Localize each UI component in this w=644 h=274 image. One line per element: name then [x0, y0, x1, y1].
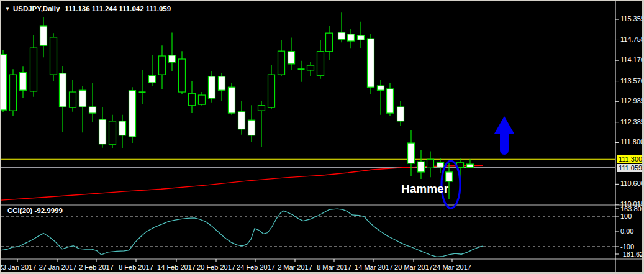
candle [109, 121, 116, 145]
candle [70, 92, 76, 107]
candle [307, 65, 314, 70]
current-price-label: 111.059 [617, 164, 642, 172]
yellow-level-price-label: 111.300 [617, 155, 642, 163]
candle [159, 56, 166, 75]
candle [169, 55, 176, 62]
date-tick-label: 20 Feb 2017 [194, 263, 238, 271]
candle [209, 76, 215, 98]
hammer-annotation-label[interactable]: Hammer [401, 185, 448, 193]
date-tick-label: 20 Mar 2017 [392, 263, 435, 271]
price-tick-label: 113.570 [620, 77, 642, 84]
candle [40, 26, 47, 45]
cci-tick-label: 0.00 [620, 227, 633, 235]
cci-indicator-label: CCI(20) -92.9999 [7, 207, 63, 214]
candle [20, 73, 27, 90]
date-tick-label: 24 Mar 2017 [430, 263, 474, 271]
candle [50, 37, 57, 75]
date-tick-label: 2 Mar 2017 [273, 263, 317, 271]
candle [129, 91, 136, 137]
candle [317, 52, 324, 76]
price-tick-label: 114.755 [620, 35, 642, 43]
candle [368, 39, 374, 87]
candle [446, 172, 453, 181]
candle [1, 55, 7, 110]
candle [189, 93, 196, 106]
candle [387, 89, 394, 113]
candle [326, 33, 333, 52]
candle [79, 90, 86, 107]
candle [10, 75, 17, 111]
date-tick-label: 14 Mar 2017 [352, 263, 396, 271]
price-tick-label: 111.800 [620, 138, 642, 145]
chart-menu-triangle-icon[interactable]: ▼ [5, 6, 10, 13]
date-tick-label: 14 Feb 2017 [155, 263, 198, 271]
price-tick-label: 115.355 [620, 15, 642, 22]
candle [229, 87, 235, 113]
candle [437, 162, 444, 167]
candle [378, 86, 384, 90]
candle [248, 120, 255, 135]
date-tick-label: 2 Feb 2017 [75, 263, 118, 271]
candle [60, 73, 66, 107]
candle [278, 51, 285, 75]
candle [338, 32, 345, 39]
candle [258, 106, 265, 111]
candle [119, 121, 126, 135]
ohlc-values: 111.136 111.244 111.042 111.059 [65, 5, 171, 12]
chart-canvas[interactable]: ▼USDJPY,Daily111.136 111.244 111.042 111… [1, 1, 642, 272]
chart-plot[interactable] [1, 1, 642, 272]
candle [238, 112, 245, 129]
candle [219, 76, 225, 90]
candle [348, 34, 355, 41]
symbol-period-label: USDJPY,Daily [13, 5, 60, 12]
date-tick-label: 23 Jan 2017 [1, 263, 39, 271]
cci-tick-label: 100 [620, 212, 632, 220]
date-tick-label: 8 Mar 2017 [312, 263, 356, 271]
date-tick-label: 24 Feb 2017 [234, 263, 278, 271]
candle [268, 75, 275, 107]
price-tick-label: 114.170 [620, 56, 642, 63]
date-tick-label: 8 Feb 2017 [114, 263, 158, 271]
symbol-info-bar: ▼USDJPY,Daily111.136 111.244 111.042 111… [5, 5, 171, 13]
date-tick-label: 27 Jan 2017 [36, 263, 79, 271]
candle [358, 35, 365, 40]
candle [89, 107, 96, 113]
candle [427, 159, 434, 168]
candle [199, 95, 206, 104]
price-tick-label: 112.985 [620, 97, 642, 104]
candle [288, 52, 295, 64]
candle [99, 119, 106, 144]
candle [408, 143, 415, 163]
cci-tick-label: -100 [620, 243, 634, 250]
candle [467, 164, 474, 168]
candle [179, 59, 186, 92]
price-tick-label: 110.600 [620, 180, 642, 187]
up-arrow-base [500, 146, 509, 155]
up-arrow-icon[interactable] [494, 116, 514, 150]
candle [30, 48, 37, 91]
candle [397, 107, 404, 121]
cci-tick-label: -181.6217 [620, 250, 642, 258]
candle [149, 76, 156, 83]
candle [418, 162, 425, 172]
cci-tick-label: 163.8008 [620, 205, 642, 212]
price-tick-label: 112.385 [620, 118, 642, 126]
mt4-chart-window: ▼USDJPY,Daily111.136 111.244 111.042 111… [0, 0, 644, 274]
